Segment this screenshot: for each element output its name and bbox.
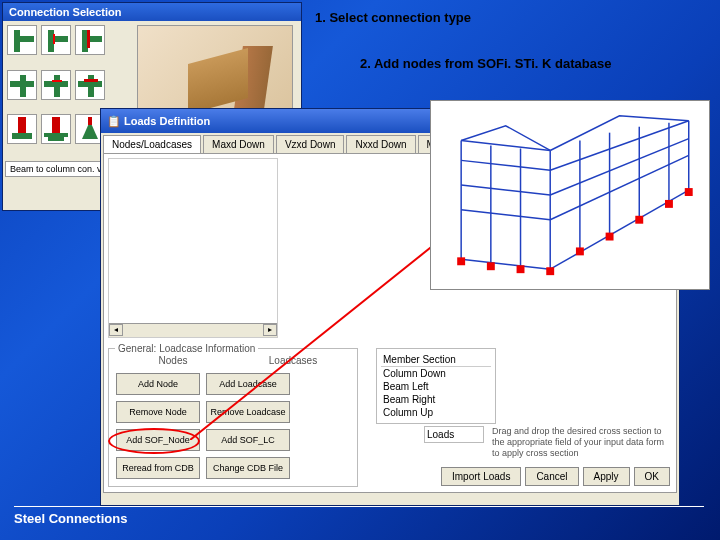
- connection-type-8[interactable]: [41, 114, 71, 144]
- change-cdb-button[interactable]: Change CDB File: [206, 457, 290, 479]
- window-title: 📋 Loads Definition: [107, 115, 210, 128]
- tab-nodes-loadcases[interactable]: Nodes/Loadcases: [103, 135, 201, 153]
- svg-line-27: [550, 121, 689, 170]
- svg-rect-49: [665, 200, 673, 208]
- svg-rect-17: [12, 133, 32, 139]
- cancel-button[interactable]: Cancel: [525, 467, 578, 486]
- connection-type-4[interactable]: [7, 70, 37, 100]
- group-label: General: Loadcase Information: [115, 343, 258, 354]
- add-node-button[interactable]: Add Node: [116, 373, 200, 395]
- tab-nxxd-down[interactable]: Nxxd Down: [346, 135, 415, 153]
- loadcase-info-group: General: Loadcase Information Nodes Load…: [108, 348, 358, 487]
- svg-rect-19: [44, 133, 68, 137]
- apply-button[interactable]: Apply: [583, 467, 630, 486]
- footer-title: Steel Connections: [14, 506, 704, 526]
- scroll-right-icon[interactable]: ▸: [263, 324, 277, 336]
- svg-rect-0: [14, 30, 20, 52]
- list-header: Member Section: [381, 353, 491, 367]
- column-loadcases-label: Loadcases: [233, 355, 353, 366]
- svg-rect-47: [606, 233, 614, 241]
- svg-rect-42: [457, 257, 465, 265]
- svg-line-28: [461, 141, 550, 151]
- reread-cdb-button[interactable]: Reread from CDB: [116, 457, 200, 479]
- svg-rect-20: [48, 137, 64, 141]
- connection-type-6[interactable]: [75, 70, 105, 100]
- svg-rect-11: [54, 75, 60, 97]
- svg-line-39: [550, 155, 689, 219]
- connection-type-5[interactable]: [41, 70, 71, 100]
- svg-line-26: [461, 160, 550, 170]
- structural-model-preview: [430, 100, 710, 290]
- svg-rect-18: [52, 117, 60, 133]
- svg-line-38: [461, 210, 550, 220]
- connection-type-3[interactable]: [75, 25, 105, 55]
- member-section-list: Member Section Column Down Beam Left Bea…: [376, 348, 496, 424]
- import-loads-button[interactable]: Import Loads: [441, 467, 521, 486]
- instruction-text: Drag and drop the desired cross section …: [492, 426, 672, 458]
- svg-rect-48: [635, 216, 643, 224]
- svg-rect-15: [84, 79, 98, 82]
- svg-rect-4: [53, 34, 55, 44]
- ok-button[interactable]: OK: [634, 467, 670, 486]
- remove-node-button[interactable]: Remove Node: [116, 401, 200, 423]
- callout-step-2: 2. Add nodes from SOFi. STi. K database: [360, 56, 611, 71]
- svg-line-24: [461, 259, 550, 269]
- list-item[interactable]: Beam Right: [381, 393, 491, 406]
- remove-loadcase-button[interactable]: Remove Loadcase: [206, 401, 290, 423]
- svg-rect-3: [54, 36, 68, 42]
- connection-type-7[interactable]: [7, 114, 37, 144]
- window-title: Connection Selection: [3, 3, 301, 21]
- svg-rect-6: [88, 36, 102, 42]
- svg-rect-16: [18, 117, 26, 133]
- connection-type-2[interactable]: [41, 25, 71, 55]
- svg-rect-50: [685, 188, 693, 196]
- column-nodes-label: Nodes: [113, 355, 233, 366]
- connection-type-1[interactable]: [7, 25, 37, 55]
- list-item[interactable]: Column Up: [381, 406, 491, 419]
- svg-rect-7: [87, 30, 90, 48]
- list-item[interactable]: Column Down: [381, 367, 491, 380]
- svg-rect-45: [546, 267, 554, 275]
- add-loadcase-button[interactable]: Add Loadcase: [206, 373, 290, 395]
- svg-rect-14: [88, 75, 94, 97]
- data-grid[interactable]: ◂ ▸: [108, 158, 278, 338]
- svg-rect-46: [576, 247, 584, 255]
- tab-maxd-down[interactable]: Maxd Down: [203, 135, 274, 153]
- svg-rect-1: [20, 36, 34, 42]
- svg-rect-9: [20, 75, 26, 97]
- tab-vzxd-down[interactable]: Vzxd Down: [276, 135, 345, 153]
- scroll-left-icon[interactable]: ◂: [109, 324, 123, 336]
- add-sof-lc-button[interactable]: Add SOF_LC: [206, 429, 290, 451]
- svg-rect-12: [52, 80, 62, 82]
- svg-rect-44: [517, 265, 525, 273]
- svg-line-41: [550, 139, 689, 195]
- svg-line-40: [461, 185, 550, 195]
- loads-label: Loads: [424, 426, 484, 443]
- list-item[interactable]: Beam Left: [381, 380, 491, 393]
- svg-rect-43: [487, 262, 495, 270]
- add-sof-node-button[interactable]: Add SOF_Node: [116, 429, 200, 451]
- svg-rect-22: [88, 117, 92, 125]
- callout-step-1: 1. Select connection type: [315, 10, 471, 25]
